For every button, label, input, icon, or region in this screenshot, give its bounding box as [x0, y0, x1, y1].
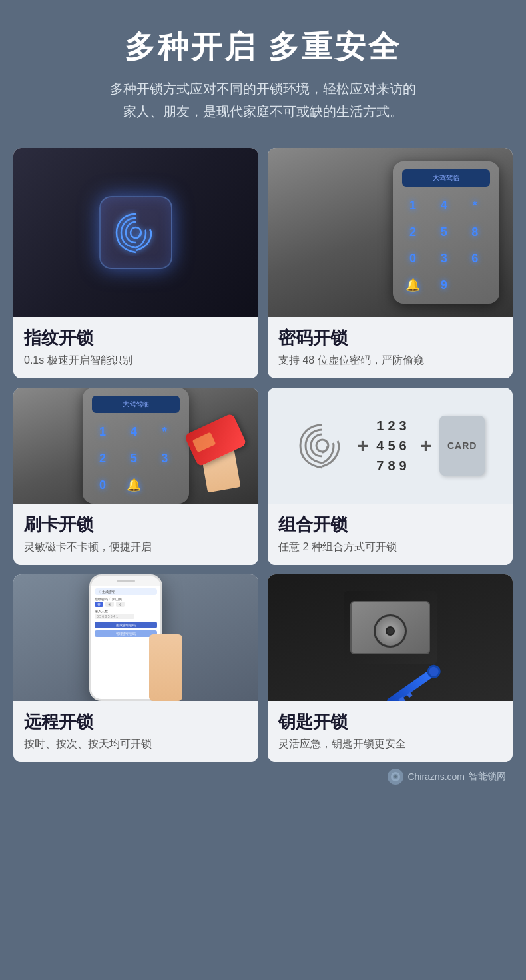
remote-title: 远程开锁 [24, 710, 248, 734]
keypad-screen: 大驾驾临 [402, 169, 490, 187]
remote-desc: 按时、按次、按天均可开锁 [24, 737, 248, 751]
combo-image: + 123 456 789 + CARD [268, 388, 513, 504]
phone-speaker [117, 580, 135, 582]
combo-title: 组合开锁 [278, 513, 502, 536]
card-swipe-body: 刷卡开锁 灵敏磁卡不卡顿，便捷开启 [13, 504, 258, 565]
combo-plus-1: + [357, 434, 369, 457]
key-card: 钥匙开锁 灵活应急，钥匙开锁更安全 [268, 574, 513, 762]
phone-app-header: 〈 生成密钥 [95, 588, 157, 595]
watermark: Chirazns.com 智能锁网 [13, 762, 513, 789]
password-desc: 支持 48 位虚位密码，严防偷窥 [278, 354, 502, 368]
combo-numbers: 123 456 789 [376, 416, 410, 476]
card-swipe-desc: 灵敏磁卡不卡顿，便捷开启 [24, 540, 248, 554]
sub-line2: 家人、朋友，是现代家庭不可或缺的生活方式。 [123, 104, 403, 119]
swipe-panel: 大驾驾临 1 4 * 2 5 3 0 🔔 [83, 388, 189, 504]
lock-cylinder [374, 614, 407, 648]
swipe-key-star: * [154, 421, 175, 442]
fingerprint-title: 指纹开锁 [24, 326, 248, 350]
remote-card: 〈 生成密钥 指纹密码 广州山属 开 关 次 输入人数 3 5 [13, 574, 258, 762]
phone-manage-btn: 管理密钥密码 [95, 630, 157, 637]
key-tooth2 [407, 692, 412, 698]
fp-sensor [99, 196, 172, 269]
lock-core [386, 626, 395, 636]
fingerprint-card: 指纹开锁 0.1s 极速开启智能识别 [13, 148, 258, 378]
remote-card-body: 远程开锁 按时、按次、按天均可开锁 [13, 701, 258, 762]
swipe-key-0: 0 [92, 474, 113, 496]
combo-card-box: CARD [439, 416, 485, 476]
key-title: 钥匙开锁 [278, 710, 502, 734]
phone-hand-wrapper: 〈 生成密钥 指纹密码 广州山属 开 关 次 输入人数 3 5 [89, 574, 182, 701]
phone-num-input: 3 5 6 8 5 6 4 1 [95, 614, 134, 619]
swipe-screen-text: 大驾驾临 [123, 400, 149, 409]
phone-confirm-btn: 生成密钥密码 [95, 622, 157, 628]
phone-app-label: 指纹密码 广州山属 [95, 597, 157, 601]
password-card-body: 密码开锁 支持 48 位虚位密码，严防偷窥 [268, 317, 513, 378]
combo-plus-2: + [420, 434, 432, 457]
key-9: 9 [433, 274, 455, 296]
combo-card-body: 组合开锁 任意 2 种组合方式可开锁 [268, 504, 513, 565]
main-title: 多种开启 多重安全 [13, 27, 513, 68]
key-body [386, 668, 437, 701]
key-1: 1 [402, 195, 423, 216]
brand-icon [390, 771, 401, 782]
keypad-panel: 大驾驾临 1 4 * 2 5 8 0 3 6 🔔 9 [393, 161, 499, 304]
swipe-key-4: 4 [123, 421, 144, 442]
remote-image: 〈 生成密钥 指纹密码 广州山属 开 关 次 输入人数 3 5 [13, 574, 258, 701]
red-card [184, 413, 246, 467]
sub-title: 多种开锁方式应对不同的开锁环境，轻松应对来访的 家人、朋友，是现代家庭不可或缺的… [13, 77, 513, 123]
watermark-icon [388, 769, 403, 785]
key-scene [337, 578, 443, 698]
swipe-key-2: 2 [92, 448, 113, 469]
card-swipe-image: 大驾驾临 1 4 * 2 5 3 0 🔔 [13, 388, 258, 504]
key-bell: 🔔 [402, 274, 423, 296]
key-4: 4 [433, 195, 455, 216]
phone-input-label: 输入人数 [95, 609, 157, 613]
key-5: 5 [433, 221, 455, 243]
key-card-body: 钥匙开锁 灵活应急，钥匙开锁更安全 [268, 701, 513, 762]
swipe-screen: 大驾驾临 [92, 396, 180, 413]
swipe-key-5: 5 [123, 448, 144, 469]
page-wrapper: 多种开启 多重安全 多种开锁方式应对不同的开锁环境，轻松应对来访的 家人、朋友，… [0, 0, 526, 802]
key-2: 2 [402, 221, 423, 243]
fingerprint-icon [113, 209, 159, 256]
feature-grid: 指纹开锁 0.1s 极速开启智能识别 大驾驾临 1 4 * 2 5 8 0 3 [13, 148, 513, 762]
fingerprint-card-body: 指纹开锁 0.1s 极速开启智能识别 [13, 317, 258, 378]
password-image: 大驾驾临 1 4 * 2 5 8 0 3 6 🔔 9 [268, 148, 513, 317]
remote-hand [149, 634, 182, 701]
combo-row-3: 789 [376, 456, 410, 476]
watermark-brand: 智能锁网 [469, 771, 506, 783]
fingerprint-image [13, 148, 258, 317]
combo-row-2: 456 [376, 436, 410, 456]
combo-desc: 任意 2 种组合方式可开锁 [278, 540, 502, 554]
combo-row-1: 123 [376, 416, 410, 436]
phone-top [91, 576, 160, 586]
key-0: 0 [402, 248, 423, 269]
key-star: * [464, 195, 485, 216]
card-swipe-title: 刷卡开锁 [24, 513, 248, 536]
password-card: 大驾驾临 1 4 * 2 5 8 0 3 6 🔔 9 密码开锁 支持 48 位 [268, 148, 513, 378]
fingerprint-desc: 0.1s 极速开启智能识别 [24, 354, 248, 368]
watermark-site: Chirazns.com [407, 771, 465, 782]
combo-fp-icon [296, 419, 349, 472]
key-6: 6 [464, 248, 485, 269]
swipe-key-1: 1 [92, 421, 113, 442]
combo-card: + 123 456 789 + CARD 组合开锁 任意 2 种组合方式可开锁 [268, 388, 513, 565]
swipe-key-bell: 🔔 [123, 474, 144, 496]
key-shape [386, 668, 437, 701]
combo-card-text: CARD [447, 440, 477, 451]
svg-point-4 [394, 775, 397, 778]
key-image [268, 574, 513, 701]
card-swipe-card: 大驾驾临 1 4 * 2 5 3 0 🔔 刷卡开锁 [13, 388, 258, 565]
key-8: 8 [464, 221, 485, 243]
swipe-key-3: 3 [154, 448, 175, 469]
header-section: 多种开启 多重安全 多种开锁方式应对不同的开锁环境，轻松应对来访的 家人、朋友，… [13, 20, 513, 136]
key-desc: 灵活应急，钥匙开锁更安全 [278, 737, 502, 751]
keypad-screen-text: 大驾驾临 [433, 173, 459, 183]
key-head [425, 662, 443, 681]
key-tooth1 [398, 696, 405, 701]
card-hand-area [186, 418, 250, 494]
password-title: 密码开锁 [278, 326, 502, 350]
key-3: 3 [433, 248, 455, 269]
phone-btn-row: 开 关 次 [95, 602, 157, 607]
sub-line1: 多种开锁方式应对不同的开锁环境，轻松应对来访的 [110, 81, 416, 96]
